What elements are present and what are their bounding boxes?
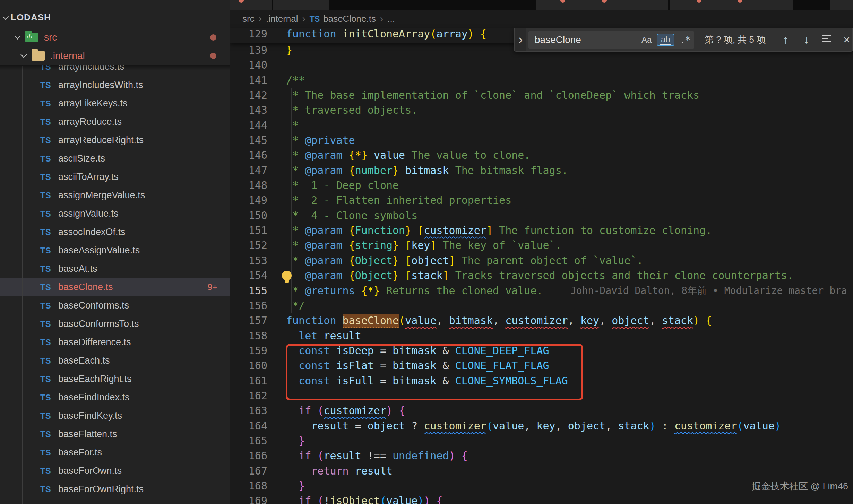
- line-number[interactable]: 151: [230, 223, 267, 238]
- line-number[interactable]: 160: [230, 358, 267, 373]
- code-line[interactable]: 144 *: [230, 118, 853, 133]
- code-line[interactable]: 157function baseClone(value, bitmask, cu…: [230, 313, 853, 328]
- code-line[interactable]: 154 @param {Object} [stack] Tracks trave…: [230, 268, 853, 283]
- code-line[interactable]: 167 return result: [230, 463, 853, 478]
- code-line[interactable]: 158 let result: [230, 328, 853, 343]
- file-item[interactable]: TSarrayReduce.ts: [0, 113, 230, 131]
- code-line[interactable]: 166 if (result !== undefined) {: [230, 448, 853, 463]
- line-number[interactable]: 144: [230, 118, 267, 133]
- line-number[interactable]: 146: [230, 148, 267, 163]
- editor-tab[interactable]: [273, 0, 329, 10]
- code-line[interactable]: 160 const isFlat = bitmask & CLONE_FLAT_…: [230, 358, 853, 373]
- code-line[interactable]: 152 * @param {string} [key] The key of `…: [230, 238, 853, 253]
- code-line[interactable]: 148 * 1 - Deep clone: [230, 178, 853, 193]
- line-number[interactable]: 139: [230, 43, 267, 58]
- editor-tab[interactable]: [536, 0, 668, 10]
- file-item[interactable]: TSbaseFlatten.ts: [0, 425, 230, 443]
- editor-tab[interactable]: [830, 0, 853, 10]
- line-number[interactable]: 161: [230, 373, 267, 388]
- file-item[interactable]: TSarrayReduceRight.ts: [0, 131, 230, 149]
- file-item[interactable]: TSbaseAssignValue.ts: [0, 241, 230, 260]
- line-number[interactable]: 157: [230, 313, 267, 328]
- line-number[interactable]: 153: [230, 253, 267, 268]
- match-case-button[interactable]: Aa: [641, 35, 652, 45]
- line-number[interactable]: 169: [230, 493, 267, 504]
- line-number[interactable]: 164: [230, 418, 267, 433]
- file-item[interactable]: TSbaseConformsTo.ts: [0, 315, 230, 333]
- code-line[interactable]: 149 * 2 - Flatten inherited properties: [230, 193, 853, 208]
- file-item[interactable]: TSarrayLikeKeys.ts: [0, 94, 230, 113]
- file-item[interactable]: TSbaseAt.ts: [0, 260, 230, 278]
- code-line[interactable]: 169 if (!isObject(value)) {: [230, 493, 853, 504]
- file-item[interactable]: TSbaseForOwnRight.ts: [0, 480, 230, 498]
- line-number[interactable]: 158: [230, 328, 267, 343]
- code-line[interactable]: 145 * @private: [230, 133, 853, 148]
- file-item[interactable]: TSbaseConforms.ts: [0, 296, 230, 315]
- code-line[interactable]: 163 if (customizer) {: [230, 403, 853, 418]
- code-line[interactable]: 150 * 4 - Clone symbols: [230, 208, 853, 223]
- code-line[interactable]: 162: [230, 388, 853, 403]
- line-number[interactable]: 142: [230, 88, 267, 103]
- code-line[interactable]: 151 * @param {Function} [customizer] The…: [230, 223, 853, 238]
- close-icon[interactable]: ×: [840, 33, 853, 46]
- file-item[interactable]: TSbaseFor.ts: [0, 443, 230, 462]
- toggle-replace-button[interactable]: ›: [515, 28, 526, 51]
- line-number[interactable]: 159: [230, 343, 267, 358]
- sidebar-folder-src[interactable]: src: [0, 28, 230, 46]
- code-line[interactable]: 159 const isDeep = bitmask & CLONE_DEEP_…: [230, 343, 853, 358]
- file-item[interactable]: TSarrayIncludesWith.ts: [0, 76, 230, 94]
- file-item[interactable]: TSbaseEachRight.ts: [0, 370, 230, 388]
- line-number[interactable]: 145: [230, 133, 267, 148]
- line-number[interactable]: 167: [230, 463, 267, 478]
- previous-match-button[interactable]: ↑: [779, 33, 793, 46]
- file-item[interactable]: TSbaseForRight.ts: [0, 498, 230, 504]
- code-line[interactable]: 153 * @param {Object} [object] The paren…: [230, 253, 853, 268]
- line-number[interactable]: 152: [230, 238, 267, 253]
- line-number[interactable]: 141: [230, 73, 267, 88]
- line-number[interactable]: 154: [230, 268, 267, 283]
- line-number[interactable]: 140: [230, 58, 267, 72]
- line-number[interactable]: 156: [230, 298, 267, 313]
- file-item[interactable]: TSbaseFindKey.ts: [0, 407, 230, 425]
- breadcrumb-item[interactable]: src: [242, 14, 255, 24]
- whole-word-button[interactable]: ab: [657, 34, 674, 46]
- code-line[interactable]: 141/**: [230, 73, 853, 88]
- code-line[interactable]: 140: [230, 58, 853, 72]
- search-input[interactable]: [528, 34, 629, 45]
- code-line[interactable]: 156 */: [230, 298, 853, 313]
- code-line[interactable]: 165 }: [230, 433, 853, 448]
- code-line[interactable]: 142 * The base implementation of `clone`…: [230, 88, 853, 103]
- line-number[interactable]: 148: [230, 178, 267, 193]
- code-line[interactable]: 146 * @param {*} value The value to clon…: [230, 148, 853, 163]
- editor-tab[interactable]: [670, 0, 793, 10]
- editor-tab[interactable]: [230, 0, 272, 10]
- code-line[interactable]: 161 const isFull = bitmask & CLONE_SYMBO…: [230, 373, 853, 388]
- breadcrumb-item[interactable]: TSbaseClone.ts: [310, 14, 376, 24]
- line-number[interactable]: 165: [230, 433, 267, 448]
- line-number[interactable]: 150: [230, 208, 267, 223]
- line-number[interactable]: 166: [230, 448, 267, 463]
- code-line[interactable]: 164 result = object ? customizer(value, …: [230, 418, 853, 433]
- code-line[interactable]: 143 * traversed objects.: [230, 103, 853, 118]
- line-number[interactable]: 147: [230, 163, 267, 178]
- code-line[interactable]: 155 * @returns {*} Returns the cloned va…: [230, 283, 853, 298]
- file-item[interactable]: TSbaseDifference.ts: [0, 333, 230, 351]
- line-number[interactable]: 149: [230, 193, 267, 208]
- regex-button[interactable]: .*: [680, 34, 690, 46]
- breadcrumb-item[interactable]: .internal: [266, 14, 298, 24]
- code-line[interactable]: 147 * @param {number} bitmask The bitmas…: [230, 163, 853, 178]
- explorer-section-header[interactable]: LODASH: [0, 8, 230, 26]
- file-item[interactable]: TSasciiToArray.ts: [0, 168, 230, 186]
- file-item[interactable]: TSassignValue.ts: [0, 205, 230, 223]
- file-item[interactable]: TSbaseFindIndex.ts: [0, 388, 230, 407]
- line-number[interactable]: 163: [230, 403, 267, 418]
- line-number[interactable]: 168: [230, 478, 267, 493]
- file-item[interactable]: TSassignMergeValue.ts: [0, 186, 230, 205]
- find-in-selection-button[interactable]: [820, 33, 834, 46]
- file-item[interactable]: TSbaseEach.ts: [0, 351, 230, 370]
- breadcrumb-item[interactable]: ...: [387, 14, 395, 24]
- next-match-button[interactable]: ↓: [800, 33, 813, 46]
- file-item[interactable]: TSbaseClone.ts9+: [0, 278, 230, 296]
- sidebar-folder-internal[interactable]: .internal: [0, 46, 230, 65]
- line-number[interactable]: 155: [230, 283, 267, 298]
